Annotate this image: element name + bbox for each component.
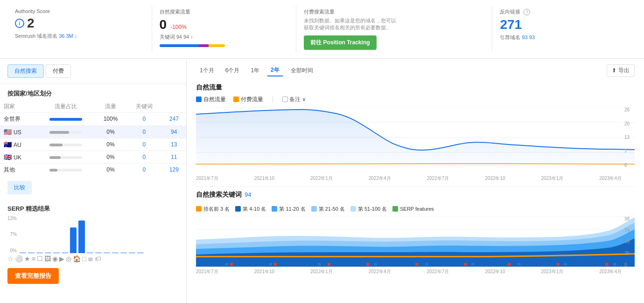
tab-bar: 自然搜索 付费 [0,64,186,84]
svg-text:G: G [374,262,377,266]
kw-dot-serp [392,206,398,212]
serp-bar-item [62,253,68,253]
country-bar [36,163,95,176]
export-button[interactable]: ⬆ 导出 [607,64,635,77]
tab-organic[interactable]: 自然搜索 [7,64,44,78]
serp-bar [104,253,110,253]
note-button[interactable]: 备注 ∨ [282,96,306,103]
time-selector: 1个月 6个月 1年 2年 全部时间 ⬆ 导出 [196,64,635,77]
serp-bar [36,253,43,253]
kw-legend-51-100: 第 51-100 名 [350,206,387,213]
kw-legend-serp: SERP features [392,206,434,212]
organic-x-labels: 2021年7月 2021年10 2022年1月 2022年4月 2022年7月 … [196,175,635,182]
serp-bar [137,253,144,253]
authority-label: Authority Score [15,8,144,14]
section-divider [196,186,635,187]
serp-bar [53,253,60,253]
country-percentage: 0% [95,163,126,176]
serp-bar-item [120,253,127,253]
time-all[interactable]: 全部时间 [287,65,317,76]
legend-dot-organic [196,96,202,102]
compare-button[interactable]: 比较 [7,181,32,194]
kw-legend-top3: 排名前 3 名 [196,206,230,213]
organic-traffic-keywords: 关键词 94 94 ↑ [160,34,289,41]
table-row[interactable]: 🇺🇸US0%094 [0,125,186,138]
organic-chart-svg [196,107,635,168]
serp-bar-item [129,253,135,253]
note-chevron: ∨ [302,96,306,103]
semrush-rank: Semrush 域名排名 36.3M ↓ [15,33,144,40]
country-traffic: 0 [126,163,162,176]
organic-chart-legend: 自然流量 付费流量 备注 ∨ [196,96,635,103]
country-keywords: 11 [162,151,186,163]
serp-bar [62,253,68,253]
time-1y[interactable]: 1年 [247,65,263,76]
country-percentage: 0% [95,125,126,138]
left-panel: 自然搜索 付费 按国家/地区划分 国家 流量占比 流量 关键词 全世界100%0… [0,59,187,303]
serp-bar-item [137,253,144,253]
country-keywords: 247 [162,112,186,125]
kw-label-top3: 排名前 3 名 [203,206,230,213]
serp-bar [20,253,26,253]
keyword-chart-title: 自然搜索关键词 [196,191,242,199]
svg-text:G: G [225,262,228,266]
serp-bar-item [20,253,26,253]
svg-text:G: G [425,262,428,266]
paid-traffic-label: 付费搜索流量 [304,8,484,15]
legend-organic-label: 自然流量 [203,96,226,103]
serp-bar [129,253,135,253]
kw-dot-21-50 [311,206,317,212]
country-table: 国家 流量占比 流量 关键词 全世界100%0247🇺🇸US0%094🇦🇺AU0… [0,101,186,176]
tab-paid[interactable]: 付费 [46,64,71,78]
time-2y[interactable]: 2年 [267,65,283,76]
keyword-y-labels: 98 74 49 25 0 [623,216,635,268]
legend-paid: 付费流量 [233,96,263,103]
country-name: 🇦🇺AU [0,138,36,151]
serp-bar-item [112,253,119,253]
table-row[interactable]: 全世界100%0247 [0,112,186,125]
kw-label-21-50: 第 21-50 名 [319,206,345,213]
legend-divider [273,96,273,103]
svg-text:G: G [471,262,474,266]
position-tracking-button[interactable]: 前往 Position Tracking [304,35,376,50]
kw-legend-11-20: 第 11-20 名 [272,206,305,213]
paid-traffic-note: 未找到数据。如果这是您的域名，您可以获取关键词排名相关的所有必要数据。 [304,17,397,32]
svg-text:G: G [318,262,321,266]
serp-bar [45,253,51,253]
ref-domains: 引荐域名 93 93 [500,34,629,41]
svg-text:G: G [518,262,520,266]
paid-traffic-card: 付费搜索流量 未找到数据。如果这是您的域名，您可以获取关键词排名相关的所有必要数… [296,6,492,53]
serp-bar-item [87,253,93,253]
kw-label-51-100: 第 51-100 名 [358,206,387,213]
right-panel: 1个月 6个月 1年 2年 全部时间 ⬆ 导出 自然流量 自然流量 付费流量 [187,59,644,303]
keyword-chart-wrapper: G G G G G G G G G 98 74 [196,216,635,268]
organic-chart-wrapper: 26 20 13 7 0 [196,107,635,168]
svg-rect-26 [605,263,608,266]
organic-y-labels: 26 20 13 7 0 [623,107,635,168]
table-row[interactable]: 🇬🇧UK0%011 [0,151,186,163]
table-row[interactable]: 🇦🇺AU0%013 [0,138,186,151]
traffic-bar-yellow [209,44,225,47]
country-traffic: 0 [126,151,162,163]
time-1m[interactable]: 1个月 [196,65,218,76]
country-traffic: 0 [126,112,162,125]
time-6m[interactable]: 6个月 [222,65,244,76]
country-percentage: 100% [95,112,126,125]
serp-bar-item [36,253,43,253]
serp-bar [87,253,93,253]
serp-y-labels: 13% 7% 0% [7,216,20,253]
table-row[interactable]: 其他0%0129 [0,163,186,176]
organic-traffic-value: 0 [160,17,167,32]
serp-bar-item [70,227,77,253]
country-bar [36,151,95,163]
view-report-button[interactable]: 查看完整报告 [7,268,59,284]
keyword-count: 94 [245,191,251,198]
country-name: 其他 [0,163,36,176]
backlinks-card: 反向链接 ? 271 引荐域名 93 93 [492,6,637,53]
svg-rect-18 [415,263,418,266]
serp-bar [120,253,127,253]
traffic-bar [160,44,225,47]
serp-bar-item [45,253,51,253]
legend-organic: 自然流量 [196,96,226,103]
country-section-title: 按国家/地区划分 [0,84,186,101]
